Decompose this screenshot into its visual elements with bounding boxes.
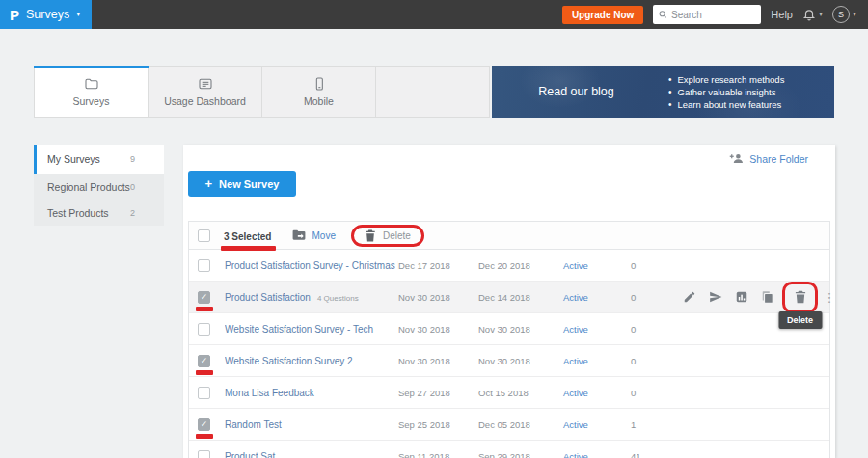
survey-name-link[interactable]: Mona Lisa Feedback — [225, 388, 314, 398]
row-checkbox-wrap: ✓ — [198, 291, 210, 304]
row-checkbox-wrap — [198, 387, 210, 399]
help-link[interactable]: Help — [771, 9, 793, 20]
survey-table: 3 Selected Move Delete Prod — [188, 221, 830, 458]
survey-name-link[interactable]: Website Satisfaction Survey - Tech — [225, 324, 373, 335]
mobile-icon — [312, 76, 327, 92]
status-link[interactable]: Active — [563, 419, 631, 430]
survey-row: Mona Lisa Feedback Sep 27 2018 Oct 15 20… — [189, 377, 829, 409]
row-checkbox-wrap — [198, 450, 210, 458]
survey-name-cell: Website Satisfaction Survey 2 — [225, 356, 398, 366]
end-date: Dec 05 2018 — [478, 419, 563, 430]
end-date: Nov 30 2018 — [478, 324, 563, 335]
search-box[interactable] — [653, 5, 761, 24]
end-date: Oct 15 2018 — [478, 388, 563, 398]
banner-title: Read our blog — [492, 85, 661, 98]
tab-mobile[interactable]: Mobile — [262, 67, 376, 117]
response-count: 1 — [631, 419, 676, 430]
survey-name-cell: Mona Lisa Feedback — [225, 388, 398, 398]
folder-icon — [84, 76, 99, 92]
send-button[interactable] — [702, 284, 728, 310]
tab-usage-dashboard[interactable]: Usage Dashboard — [149, 67, 262, 117]
selected-count-label: 3 Selected — [224, 231, 271, 242]
survey-name-cell: Product Sat — [225, 451, 398, 458]
survey-sub-label: 4 Questions — [317, 294, 359, 303]
new-survey-button[interactable]: + New Survey — [188, 171, 296, 197]
upgrade-now-button[interactable]: Upgrade Now — [562, 6, 643, 24]
status-link[interactable]: Active — [563, 451, 631, 458]
survey-name-link[interactable]: Product Sat — [225, 451, 275, 458]
row-checkbox[interactable] — [198, 323, 210, 336]
trash-icon — [365, 229, 376, 242]
product-menu-label: Surveys — [26, 8, 69, 21]
annotation-ring-delete: Delete — [351, 225, 424, 247]
tab-surveys[interactable]: Surveys — [35, 67, 149, 117]
search-icon — [659, 10, 667, 19]
sidebar-folder-item[interactable]: My Surveys 9 — [34, 145, 164, 174]
search-input[interactable] — [671, 10, 755, 20]
move-button[interactable]: Move — [292, 229, 335, 241]
edit-button[interactable] — [676, 284, 702, 310]
end-date: Sep 29 2018 — [478, 451, 563, 458]
row-checkbox[interactable]: ✓ — [198, 355, 210, 367]
share-folder-button[interactable]: Share Folder — [728, 152, 808, 165]
end-date: Dec 20 2018 — [478, 260, 563, 271]
topbar-right: Upgrade Now Help ▾ S ▾ — [562, 5, 868, 24]
move-label: Move — [312, 230, 335, 241]
status-link[interactable]: Active — [563, 324, 631, 335]
share-person-icon — [728, 152, 743, 165]
notifications-button[interactable]: ▾ — [802, 8, 823, 21]
response-count: 0 — [631, 388, 676, 398]
response-count: 0 — [631, 356, 676, 366]
row-checkbox[interactable] — [198, 387, 210, 399]
sidebar-folder-item[interactable]: Test Products 2 — [34, 200, 164, 226]
row-checkbox[interactable]: ✓ — [198, 418, 210, 431]
survey-name-link[interactable]: Website Satisfaction Survey 2 — [225, 356, 353, 366]
start-date: Dec 17 2018 — [398, 260, 478, 271]
row-checkbox-wrap — [198, 259, 210, 272]
delete-label: Delete — [383, 230, 411, 241]
row-checkbox-wrap — [198, 323, 210, 336]
status-link[interactable]: Active — [563, 356, 631, 366]
selection-toolbar: 3 Selected Move Delete — [189, 222, 829, 250]
blog-banner[interactable]: Read our blog Explore research methodsGa… — [492, 66, 834, 118]
top-bar: P Surveys ▾ Upgrade Now Help ▾ S ▾ — [0, 0, 868, 29]
reports-button[interactable] — [728, 284, 754, 310]
delete-tooltip: Delete — [778, 311, 822, 329]
row-checkbox-wrap: ✓ — [198, 355, 210, 367]
delete-button[interactable]: Delete — [365, 229, 411, 242]
copy-button[interactable] — [754, 284, 780, 310]
sidebar-folder-item[interactable]: Regional Products 0 — [34, 174, 164, 200]
annotation-underline — [196, 434, 213, 439]
share-folder-label: Share Folder — [749, 153, 808, 165]
survey-row: ✓ Website Satisfaction Survey 2 Nov 30 2… — [189, 345, 829, 377]
status-link[interactable]: Active — [563, 388, 631, 398]
banner-bullet: Explore research methods — [668, 73, 784, 86]
survey-row: ✓ Product Satisfaction 4 Questions Nov 3… — [189, 282, 829, 313]
survey-name-link[interactable]: Product Satisfaction — [225, 292, 311, 303]
banner-bullet-list: Explore research methodsGather valuable … — [668, 73, 784, 111]
start-date: Nov 30 2018 — [398, 324, 478, 335]
chevron-down-icon: ▾ — [853, 11, 856, 18]
start-date: Nov 30 2018 — [398, 292, 478, 303]
tabs-row: Surveys Usage Dashboard Mobile Read our … — [34, 66, 868, 118]
survey-row: ✓ Random Test Sep 25 2018 Dec 05 2018 Ac… — [189, 409, 829, 441]
copy-icon — [761, 290, 774, 304]
selected-count-wrap: 3 Selected — [224, 227, 271, 244]
move-folder-icon — [292, 229, 306, 241]
select-all-checkbox[interactable] — [198, 229, 210, 242]
survey-name-link[interactable]: Random Test — [225, 419, 282, 430]
app-logo: P — [10, 8, 19, 22]
survey-name-link[interactable]: Product Satisfaction Survey - Christmas … — [225, 260, 398, 271]
survey-row: Product Sat Sep 11 2018 Sep 29 2018 Acti… — [189, 441, 829, 458]
start-date: Sep 25 2018 — [398, 419, 478, 430]
row-checkbox[interactable] — [198, 450, 210, 458]
account-menu[interactable]: S ▾ — [832, 6, 856, 23]
product-menu[interactable]: P Surveys ▾ — [0, 0, 92, 29]
status-link[interactable]: Active — [563, 292, 631, 303]
row-delete-button[interactable] — [787, 284, 813, 310]
more-options-button[interactable]: ⋮ — [820, 290, 839, 305]
row-checkbox[interactable] — [198, 259, 210, 272]
row-checkbox[interactable]: ✓ — [198, 291, 210, 304]
chevron-down-icon: ▾ — [819, 11, 823, 18]
status-link[interactable]: Active — [563, 260, 631, 271]
